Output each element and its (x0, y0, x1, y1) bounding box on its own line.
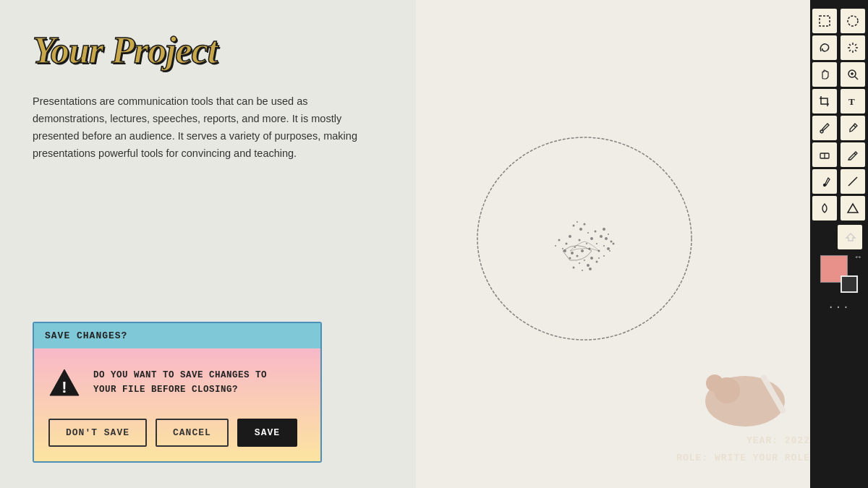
dont-save-button[interactable]: DON'T SAVE (48, 419, 147, 447)
svg-line-65 (854, 125, 856, 127)
svg-line-55 (849, 44, 851, 46)
warning-icon: ! (48, 367, 80, 398)
transform-tool[interactable] (838, 225, 862, 249)
right-panel: YEAR: 2022 ROLE: WRITE YOUR ROLE (416, 0, 868, 488)
svg-point-27 (558, 239, 560, 241)
pencil-tool[interactable] (841, 142, 865, 167)
svg-point-41 (598, 257, 600, 259)
svg-point-25 (603, 245, 605, 247)
svg-line-58 (849, 50, 851, 51)
svg-point-42 (572, 266, 574, 268)
brush-tool[interactable] (812, 116, 837, 140)
svg-point-36 (610, 240, 612, 242)
cancel-button[interactable]: CANCEL (156, 419, 229, 447)
svg-point-20 (571, 252, 574, 254)
dialog-message-row: ! DO YOU WANT TO SAVE CHANGES TO YOUR FI… (48, 367, 306, 398)
svg-line-56 (855, 50, 856, 51)
page-title: Your Project (33, 29, 383, 72)
save-dialog: SAVE CHANGES? ! DO YOU WANT TO SAVE CHAN… (33, 322, 322, 463)
toolbar: T (810, 0, 868, 488)
svg-point-34 (603, 255, 605, 257)
svg-point-32 (587, 264, 590, 267)
svg-point-3 (572, 224, 574, 226)
svg-line-68 (854, 153, 856, 155)
svg-point-9 (578, 239, 580, 241)
svg-point-38 (603, 228, 605, 231)
description-text: Presentations are communication tools th… (33, 93, 380, 163)
svg-point-7 (587, 232, 589, 234)
color-area: ↔ (817, 251, 861, 297)
dialog-header: SAVE CHANGES? (34, 323, 320, 348)
svg-point-16 (596, 243, 597, 244)
bottom-info: YEAR: 2022 ROLE: WRITE YOUR ROLE (676, 432, 810, 466)
left-panel: Your Project Presentations are communica… (0, 0, 416, 488)
svg-point-31 (579, 262, 580, 264)
svg-point-8 (569, 235, 571, 238)
triangle-tool[interactable] (841, 196, 865, 221)
svg-point-40 (612, 242, 614, 244)
eraser-tool[interactable] (812, 142, 837, 167)
svg-text:!: ! (61, 378, 67, 396)
eyedropper-tool[interactable] (841, 116, 865, 140)
dialog-buttons: DON'T SAVE CANCEL SAVE (48, 419, 306, 447)
lasso-tool[interactable] (812, 35, 837, 60)
svg-point-43 (582, 270, 583, 271)
svg-point-12 (594, 230, 596, 232)
rect-select-tool[interactable] (812, 9, 837, 33)
svg-point-6 (583, 223, 585, 225)
svg-line-70 (848, 177, 857, 186)
svg-point-21 (576, 254, 578, 257)
sketch-area (416, 0, 868, 488)
hand-tool[interactable] (812, 62, 837, 87)
svg-point-19 (562, 248, 563, 249)
svg-point-64 (820, 130, 823, 133)
svg-point-69 (823, 184, 825, 187)
crop-tool[interactable] (812, 89, 837, 114)
svg-point-2 (477, 137, 692, 340)
svg-point-4 (576, 221, 578, 223)
svg-line-60 (855, 77, 858, 80)
svg-point-37 (608, 234, 609, 235)
toolbar-more-icon[interactable]: ··· (827, 299, 850, 316)
svg-marker-71 (848, 204, 858, 213)
transform-row (812, 225, 866, 249)
pen-tool[interactable] (812, 169, 837, 194)
svg-point-14 (581, 249, 584, 252)
svg-point-11 (590, 237, 593, 240)
dropper-tool[interactable] (812, 196, 837, 221)
svg-point-17 (600, 235, 603, 238)
svg-point-22 (584, 260, 585, 261)
hand-illustration (658, 314, 803, 445)
svg-point-18 (565, 242, 567, 244)
dialog-message-text: DO YOU WANT TO SAVE CHANGES TO YOUR FILE… (93, 368, 267, 397)
svg-point-35 (607, 247, 610, 250)
zoom-tool[interactable] (841, 62, 865, 87)
toolbar-grid: T (809, 6, 869, 223)
year-text: YEAR: 2022 (676, 432, 810, 449)
svg-point-23 (590, 257, 593, 260)
text-tool[interactable]: T (841, 89, 865, 114)
svg-text:T: T (848, 96, 855, 107)
magic-wand-tool[interactable] (841, 35, 865, 60)
svg-point-33 (595, 260, 597, 262)
svg-rect-49 (820, 16, 830, 26)
role-text: ROLE: WRITE YOUR ROLE (676, 450, 810, 466)
svg-point-39 (609, 250, 610, 252)
secondary-color[interactable] (841, 275, 858, 293)
color-swatches[interactable]: ↔ (820, 255, 858, 293)
svg-point-28 (555, 245, 556, 247)
svg-point-10 (586, 243, 587, 244)
swap-colors-icon[interactable]: ↔ (856, 252, 861, 262)
ellipse-select-tool[interactable] (841, 9, 865, 33)
svg-point-5 (579, 228, 582, 231)
svg-point-50 (848, 16, 858, 26)
svg-point-26 (605, 237, 608, 240)
svg-point-48 (706, 374, 723, 392)
save-button[interactable]: SAVE (237, 419, 297, 447)
line-tool[interactable] (841, 169, 865, 194)
dialog-body: ! DO YOU WANT TO SAVE CHANGES TO YOUR FI… (34, 348, 320, 461)
svg-line-57 (855, 44, 856, 46)
svg-point-44 (589, 267, 592, 270)
